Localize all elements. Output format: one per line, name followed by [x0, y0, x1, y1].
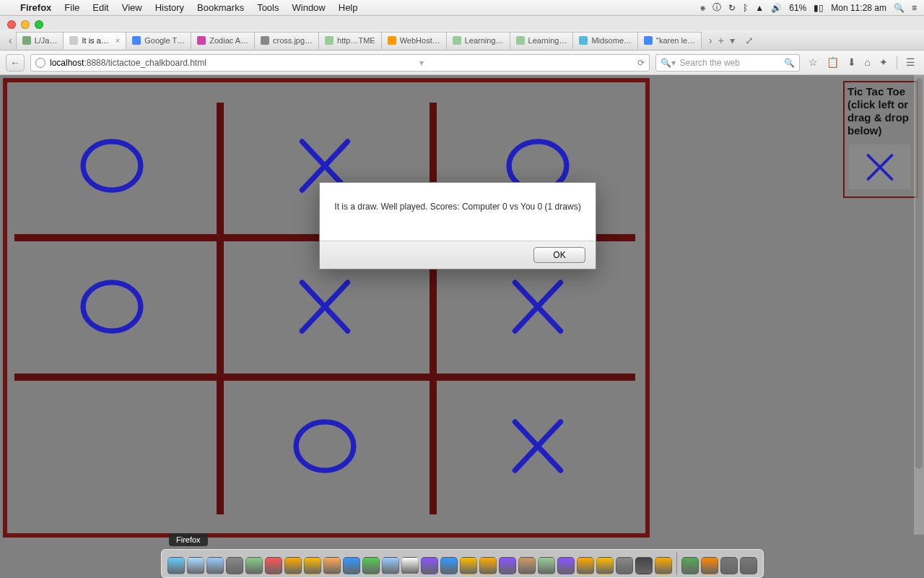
- browser-tab[interactable]: cross.jpg…: [254, 32, 319, 49]
- sidebar: Tic Tac Toe (click left or drag & drop b…: [837, 75, 924, 535]
- dock-app-icon[interactable]: [187, 557, 204, 574]
- window-close-button[interactable]: [7, 20, 16, 29]
- dock-app-icon[interactable]: [382, 557, 399, 574]
- bluetooth-icon[interactable]: ᛒ: [743, 3, 748, 13]
- dock-app-icon[interactable]: [616, 557, 633, 574]
- dock-app-icon[interactable]: [557, 557, 575, 574]
- dock-app-icon[interactable]: [421, 557, 438, 574]
- dock-app-icon[interactable]: [245, 557, 263, 574]
- wifi-icon[interactable]: ▲: [755, 3, 764, 13]
- dock-app-icon[interactable]: [499, 557, 516, 574]
- clipboard-icon[interactable]: 📋: [827, 56, 839, 69]
- dock-app-icon[interactable]: [226, 557, 243, 574]
- timemachine-icon[interactable]: ↻: [728, 3, 736, 13]
- dock-app-icon[interactable]: [740, 557, 757, 574]
- tab-label: Zodiac A…: [209, 36, 248, 45]
- menu-edit[interactable]: Edit: [92, 2, 108, 13]
- tab-label: L/Ja…: [35, 36, 58, 45]
- browser-tab[interactable]: WebHost…: [381, 32, 447, 49]
- tab-bar: ‹ L/Ja…It is a…×Google T…Zodiac A…cross.…: [0, 30, 924, 51]
- tab-scroll-right-icon[interactable]: ›: [709, 35, 712, 46]
- battery-icon[interactable]: ▮▯: [814, 3, 824, 13]
- browser-tab[interactable]: Learning…: [510, 32, 574, 49]
- dock-app-icon[interactable]: [635, 557, 653, 574]
- search-go-icon[interactable]: 🔍: [784, 58, 795, 68]
- menu-window[interactable]: Window: [292, 2, 326, 13]
- menu-view[interactable]: View: [122, 2, 142, 13]
- menu-help[interactable]: Help: [339, 2, 358, 13]
- dock-app-icon[interactable]: [284, 557, 302, 574]
- svg-point-9: [296, 422, 354, 470]
- dock-app-icon[interactable]: [343, 557, 360, 574]
- tab-scroll-left-icon[interactable]: ‹: [4, 35, 17, 46]
- volume-icon[interactable]: 🔊: [771, 3, 782, 13]
- search-field[interactable]: 🔍▾ Search the web 🔍: [655, 54, 800, 72]
- spotlight-icon[interactable]: 🔍: [894, 3, 905, 13]
- browser-tab[interactable]: Midsome…: [572, 32, 638, 49]
- dock-app-icon[interactable]: [720, 557, 738, 574]
- dock-app-icon[interactable]: [518, 557, 536, 574]
- dock-app-icon[interactable]: [401, 557, 419, 574]
- dock-app-icon[interactable]: [206, 557, 224, 574]
- dropbox-icon[interactable]: ⎈: [700, 3, 705, 13]
- dock-app-icon[interactable]: [538, 557, 555, 574]
- hamburger-menu-icon[interactable]: ☰: [906, 56, 915, 69]
- browser-tab[interactable]: Zodiac A…: [191, 32, 255, 49]
- dock-app-icon[interactable]: [655, 557, 672, 574]
- dock-app-icon[interactable]: [681, 557, 699, 574]
- new-tab-button[interactable]: +: [718, 35, 724, 46]
- dock-app-icon[interactable]: [479, 557, 497, 574]
- board-cell[interactable]: [14, 383, 209, 509]
- menu-history[interactable]: History: [155, 2, 184, 13]
- menu-file[interactable]: File: [64, 2, 79, 13]
- reload-icon[interactable]: ⟳: [637, 58, 645, 68]
- tab-close-icon[interactable]: ×: [116, 36, 120, 45]
- clock[interactable]: Mon 11:28 am: [831, 3, 886, 13]
- browser-tab[interactable]: L/Ja…: [16, 32, 64, 49]
- dock-app-icon[interactable]: [596, 557, 614, 574]
- board-cell[interactable]: [227, 383, 422, 509]
- dock-app-icon[interactable]: [323, 557, 341, 574]
- url-field[interactable]: localhost:8888/tictactoe_chalkboard.html…: [30, 54, 650, 72]
- back-button[interactable]: ←: [6, 54, 25, 72]
- browser-tab[interactable]: http…TME: [318, 32, 382, 49]
- menu-bookmarks[interactable]: Bookmarks: [197, 2, 244, 13]
- dock-app-icon[interactable]: [440, 557, 458, 574]
- app-name[interactable]: Firefox: [20, 2, 51, 13]
- reader-mode-icon[interactable]: ▾: [419, 58, 424, 68]
- window-zoom-button[interactable]: [35, 20, 43, 29]
- dock-app-icon[interactable]: [577, 557, 594, 574]
- board-cell[interactable]: [14, 243, 209, 370]
- search-icon: 🔍▾: [661, 58, 676, 68]
- dock-app-icon[interactable]: [167, 557, 185, 574]
- board-cell[interactable]: [14, 103, 209, 229]
- home-icon[interactable]: ⌂: [865, 56, 871, 69]
- notifications-icon[interactable]: ≡: [912, 3, 917, 13]
- tab-label: Midsome…: [591, 36, 632, 45]
- fullscreen-icon[interactable]: ⤢: [745, 35, 754, 46]
- all-tabs-icon[interactable]: ▾: [730, 35, 735, 46]
- dock-app-icon[interactable]: [460, 557, 477, 574]
- alert-ok-button[interactable]: OK: [533, 247, 585, 263]
- browser-tab[interactable]: Learning…: [446, 32, 510, 49]
- scrollbar[interactable]: [914, 75, 924, 535]
- dock-app-icon[interactable]: [265, 557, 282, 574]
- dock-app-icon[interactable]: [701, 557, 718, 574]
- board-cell[interactable]: [440, 383, 635, 509]
- dock-app-icon[interactable]: [304, 557, 321, 574]
- page-content: Tic Tac Toe (click left or drag & drop b…: [0, 75, 924, 535]
- drag-piece-x[interactable]: [849, 144, 910, 189]
- bookmark-star-icon[interactable]: ☆: [808, 56, 818, 69]
- browser-chrome: ‹ L/Ja…It is a…×Google T…Zodiac A…cross.…: [0, 16, 924, 75]
- window-minimize-button[interactable]: [21, 20, 30, 29]
- pocket-icon[interactable]: ✦: [879, 56, 888, 69]
- browser-tab[interactable]: Google T…: [126, 32, 191, 49]
- dock-app-icon[interactable]: [362, 557, 380, 574]
- tab-label: Learning…: [465, 36, 504, 45]
- browser-tab[interactable]: It is a…×: [63, 32, 126, 49]
- accessibility-icon[interactable]: ⓘ: [712, 1, 721, 14]
- globe-icon: [35, 58, 45, 68]
- downloads-icon[interactable]: ⬇: [847, 56, 856, 69]
- menu-tools[interactable]: Tools: [257, 2, 279, 13]
- browser-tab[interactable]: "karen le…: [637, 32, 702, 49]
